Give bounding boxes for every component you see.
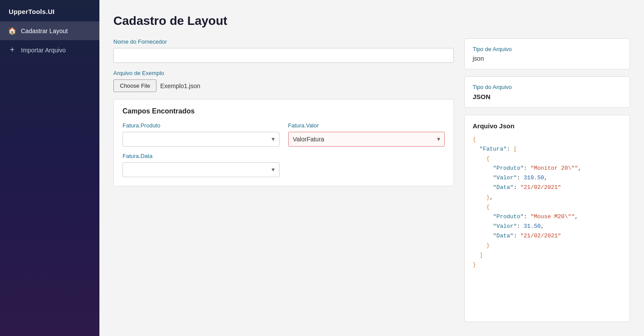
fatura-produto-select-wrapper: ValorFatura Produto Data ▼ <box>123 132 279 147</box>
fatura-valor-select-wrapper: ValorFatura Produto Data ▼ <box>288 132 445 147</box>
json-viewer-title: Arquivo Json <box>473 122 622 130</box>
nome-fornecedor-field-group: Nome do Fornecedor <box>113 38 454 63</box>
fatura-valor-field-group: Fatura.Valor ValorFatura Produto Data ▼ <box>288 122 445 147</box>
fatura-valor-label: Fatura.Valor <box>288 122 445 129</box>
sidebar: UpperTools.UI 🏠 Cadastrar Layout + Impor… <box>0 0 99 336</box>
campos-encontrados-box: Campos Encontrados Fatura.Produto ValorF… <box>113 99 454 186</box>
fatura-data-select[interactable]: ValorFatura Produto Data <box>123 162 279 177</box>
page-title: Cadastro de Layout <box>113 14 630 28</box>
campos-grid: Fatura.Produto ValorFatura Produto Data … <box>123 122 445 177</box>
json-content: { "Fatura": [ { "Produto": "Monitor 20\"… <box>473 135 622 270</box>
nome-fornecedor-label: Nome do Fornecedor <box>113 38 454 45</box>
sidebar-item-importar-arquivo[interactable]: + Importar Arquivo <box>0 40 99 60</box>
arquivo-exemplo-label: Arquivo de Exemplo <box>113 70 454 76</box>
arquivo-exemplo-field-group: Arquivo de Exemplo Choose File Exemplo1.… <box>113 70 454 92</box>
app-logo: UpperTools.UI <box>0 0 99 21</box>
right-column: Tipo de Arquivo json Tipo do Arquivo JSO… <box>464 38 630 322</box>
fatura-data-label: Fatura.Data <box>123 153 279 159</box>
tipo-do-arquivo-label: Tipo do Arquivo <box>473 84 622 90</box>
fatura-produto-field-group: Fatura.Produto ValorFatura Produto Data … <box>123 122 279 147</box>
plus-icon: + <box>8 45 17 55</box>
home-icon: 🏠 <box>8 27 17 35</box>
fatura-produto-select[interactable]: ValorFatura Produto Data <box>123 132 279 147</box>
sidebar-item-label-importar: Importar Arquivo <box>21 47 66 54</box>
sidebar-item-cadastrar-layout[interactable]: 🏠 Cadastrar Layout <box>0 21 99 40</box>
fatura-data-field-group: Fatura.Data ValorFatura Produto Data ▼ <box>123 153 279 177</box>
tipo-arquivo-value: json <box>473 55 622 62</box>
main-content: Cadastro de Layout Nome do Fornecedor Ar… <box>99 0 644 336</box>
content-columns: Nome do Fornecedor Arquivo de Exemplo Ch… <box>113 38 630 322</box>
file-name-display: Exemplo1.json <box>160 82 200 89</box>
sidebar-item-label-cadastrar: Cadastrar Layout <box>21 27 68 34</box>
nome-fornecedor-input[interactable] <box>113 48 454 63</box>
file-input-row: Choose File Exemplo1.json <box>113 79 454 92</box>
tipo-arquivo-card: Tipo de Arquivo json <box>464 38 630 69</box>
campos-encontrados-title: Campos Encontrados <box>123 107 445 115</box>
tipo-do-arquivo-card: Tipo do Arquivo JSON <box>464 76 630 108</box>
tipo-do-arquivo-value: JSON <box>473 93 622 100</box>
json-viewer-card: Arquivo Json { "Fatura": [ { "Produto": … <box>464 115 630 322</box>
left-column: Nome do Fornecedor Arquivo de Exemplo Ch… <box>113 38 454 322</box>
tipo-arquivo-label: Tipo de Arquivo <box>473 46 622 52</box>
choose-file-button[interactable]: Choose File <box>113 79 157 92</box>
fatura-produto-label: Fatura.Produto <box>123 122 279 129</box>
fatura-data-select-wrapper: ValorFatura Produto Data ▼ <box>123 162 279 177</box>
fatura-valor-select[interactable]: ValorFatura Produto Data <box>288 132 445 147</box>
